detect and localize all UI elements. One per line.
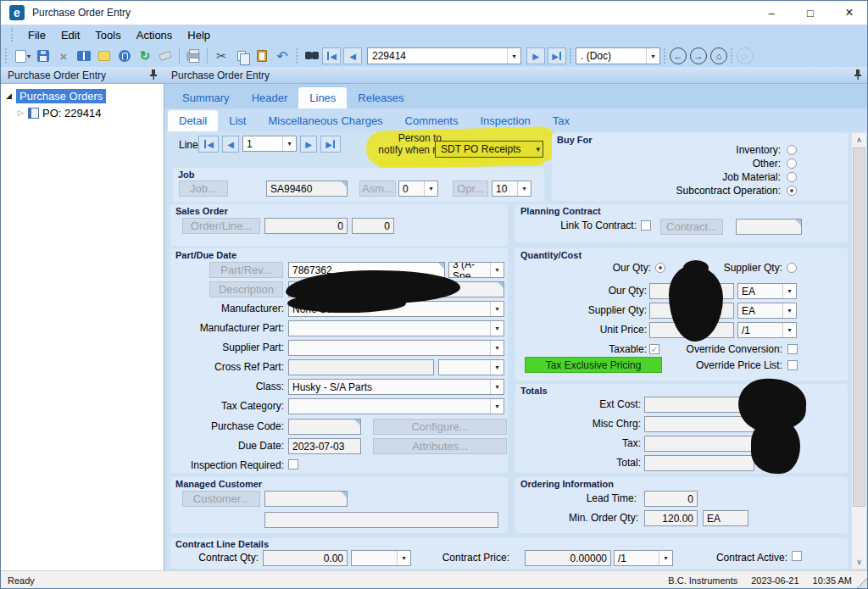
last-record-button[interactable]: ▶	[548, 47, 566, 64]
contract-qty-field[interactable]: 0.00	[263, 550, 348, 566]
purchase-code-field[interactable]	[288, 419, 361, 435]
delete-button[interactable]: ×	[53, 47, 74, 65]
copy-button[interactable]	[231, 47, 252, 65]
first-line-button[interactable]: ◀	[198, 136, 219, 153]
next-record-button[interactable]: ▶	[526, 47, 545, 64]
contract-active-checkbox[interactable]	[792, 551, 802, 561]
chevron-down-icon[interactable]: ▾	[490, 380, 504, 394]
navigate-forward-button[interactable]: →	[690, 47, 707, 64]
our-qty-radio[interactable]	[655, 263, 665, 273]
other-radio[interactable]	[787, 158, 797, 169]
chevron-down-icon[interactable]: ▾	[536, 145, 540, 153]
chevron-down-icon[interactable]: ▾	[517, 181, 531, 196]
play-button[interactable]: ▷	[737, 47, 754, 64]
link-to-contract-checkbox[interactable]	[641, 220, 651, 231]
supplier-qty-radio[interactable]	[787, 263, 797, 273]
chevron-down-icon[interactable]: ▾	[782, 284, 796, 298]
chevron-down-icon[interactable]: ▾	[507, 48, 520, 64]
tab-summary[interactable]: Summary	[171, 87, 241, 108]
menu-tools[interactable]: Tools	[87, 26, 128, 44]
opr-combo[interactable]: 10▾	[492, 181, 531, 197]
override-conversion-checkbox[interactable]	[787, 344, 798, 354]
total-field[interactable]	[644, 455, 754, 471]
minimize-button[interactable]: –	[752, 1, 791, 25]
contract-price-field[interactable]: 0.00000	[525, 550, 611, 566]
pin-icon[interactable]	[854, 69, 862, 82]
chevron-down-icon[interactable]: ▾	[490, 263, 504, 277]
scrollbar-thumb[interactable]	[853, 147, 865, 507]
find-button[interactable]	[302, 47, 322, 65]
pin-icon[interactable]	[149, 69, 158, 82]
contract-price-per-combo[interactable]: /1▾	[614, 550, 673, 566]
chevron-down-icon[interactable]: ▾	[646, 48, 659, 64]
chevron-down-icon[interactable]: ▾	[490, 341, 504, 355]
class-combo[interactable]: Husky - S/A Parts▾	[288, 379, 504, 395]
first-record-button[interactable]: ◀	[322, 47, 341, 64]
print-button[interactable]	[183, 47, 203, 65]
chevron-down-icon[interactable]: ▾	[424, 181, 437, 196]
order-line-button[interactable]: Order/Line...	[182, 218, 260, 234]
tree-item-label[interactable]: Purchase Orders	[16, 89, 106, 103]
chevron-down-icon[interactable]: ▾	[782, 323, 796, 337]
line-number-combo[interactable]: 1 ▾	[242, 136, 297, 152]
inspection-required-checkbox[interactable]	[288, 459, 298, 470]
contract-button[interactable]: Contract...	[660, 219, 723, 235]
subcontract-operation-radio[interactable]	[787, 186, 797, 196]
menu-file[interactable]: File	[20, 26, 53, 44]
contract-qty-uom-combo[interactable]: ▾	[351, 550, 411, 566]
undo-button[interactable]: ↶	[272, 47, 292, 65]
taxable-checkbox[interactable]: ✓	[649, 344, 659, 354]
chevron-down-icon[interactable]: ▾	[490, 360, 504, 375]
customer-id-field[interactable]	[264, 491, 348, 507]
lead-time-field[interactable]: 0	[644, 491, 698, 507]
chevron-down-icon[interactable]: ▾	[282, 136, 296, 151]
tax-category-combo[interactable]: ▾	[288, 398, 504, 414]
min-order-qty-field[interactable]: 120.00	[644, 510, 698, 526]
refresh-button[interactable]: ↻	[135, 47, 155, 65]
customer-button[interactable]: Customer...	[182, 491, 260, 507]
menu-edit[interactable]: Edit	[53, 26, 87, 44]
due-date-field[interactable]: 2023-07-03	[288, 438, 361, 454]
resize-grip[interactable]	[857, 578, 867, 588]
configure-button[interactable]: Configure...	[373, 419, 507, 435]
asm-combo[interactable]: 0▾	[398, 181, 438, 197]
tree-item-label[interactable]: PO: 229414	[42, 107, 101, 119]
tax-exclusive-pricing-button[interactable]: Tax Exclusive Pricing	[525, 357, 662, 373]
order-field[interactable]: 0	[264, 218, 348, 234]
chevron-down-icon[interactable]: ▾	[397, 551, 410, 565]
tab-header[interactable]: Header	[241, 87, 299, 108]
maximize-button[interactable]: □	[791, 1, 830, 25]
job-material-radio[interactable]	[787, 172, 797, 182]
job-button[interactable]: Job...	[179, 181, 228, 197]
attachment-button[interactable]	[114, 47, 135, 65]
rev-combo[interactable]: 3 (A-Spe▾	[448, 262, 504, 278]
order-line-field[interactable]: 0	[352, 218, 394, 234]
tab-detail[interactable]: Detail	[168, 110, 218, 131]
description-button[interactable]: Description	[209, 281, 283, 297]
override-price-list-checkbox[interactable]	[787, 360, 798, 370]
home-button[interactable]: ⌂	[710, 47, 727, 64]
doc-view-combo[interactable]: . (Doc) ▾	[576, 47, 660, 64]
tab-releases[interactable]: Releases	[347, 87, 415, 108]
tree-collapsed-icon[interactable]: ▷	[18, 108, 28, 117]
asm-button[interactable]: Asm...	[359, 181, 396, 197]
misc-chrg-field[interactable]	[644, 416, 754, 432]
part-rev-button[interactable]: Part/Rev...	[209, 262, 283, 278]
notes-button[interactable]	[94, 47, 114, 65]
job-field[interactable]: SA99460	[266, 181, 348, 197]
scroll-down-button[interactable]: ∨	[852, 555, 866, 569]
browse-button[interactable]	[74, 47, 94, 65]
chevron-down-icon[interactable]: ▾	[490, 399, 504, 414]
chevron-down-icon[interactable]: ▾	[782, 303, 796, 318]
last-line-button[interactable]: ▶	[320, 136, 341, 153]
chevron-down-icon[interactable]: ▾	[659, 551, 672, 565]
supplier-part-combo[interactable]: ▾	[288, 340, 504, 356]
tab-list[interactable]: List	[218, 110, 257, 131]
chevron-down-icon[interactable]: ▾	[490, 321, 504, 336]
tax-field[interactable]	[644, 436, 754, 452]
new-button[interactable]: ▾	[13, 47, 33, 65]
vertical-scrollbar[interactable]: ∧ ∨	[852, 133, 866, 569]
min-order-uom-field[interactable]: EA	[703, 510, 748, 526]
menu-help[interactable]: Help	[180, 26, 218, 44]
clear-button[interactable]	[155, 47, 175, 65]
